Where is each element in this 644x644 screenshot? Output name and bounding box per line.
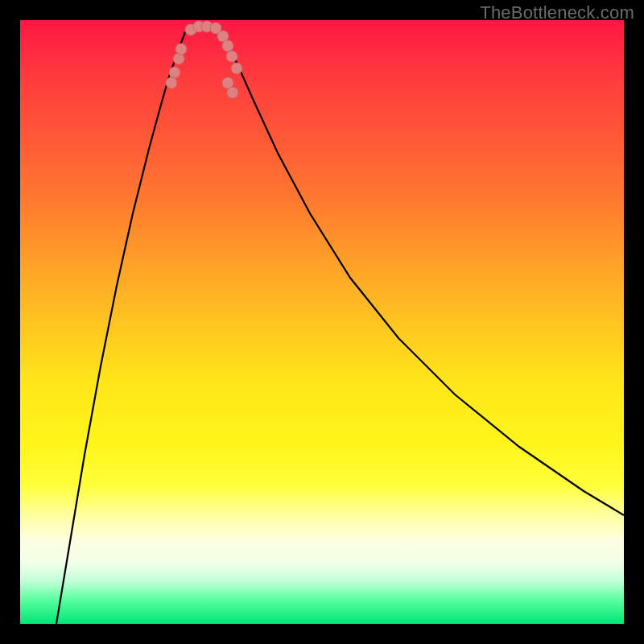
chart-svg [20,20,624,624]
curve-right-branch [221,32,624,515]
data-marker [175,43,187,55]
data-marker [222,40,233,52]
curve-group [56,27,624,624]
marker-group [166,21,242,98]
data-marker [231,63,242,74]
curve-left-branch [56,32,185,624]
data-marker [166,77,177,89]
data-marker [226,51,237,62]
data-marker [169,67,180,78]
chart-frame [20,20,624,624]
data-marker [227,87,238,98]
